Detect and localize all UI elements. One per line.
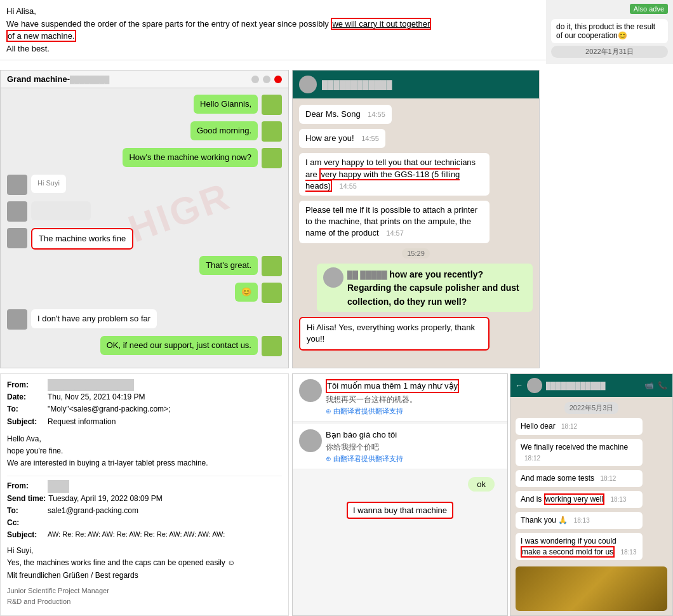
msg-good-morning: Good morning. xyxy=(7,121,282,142)
br-back-icon[interactable]: ← xyxy=(516,381,523,390)
br-msg-hello: Hello dear 18:12 xyxy=(516,418,643,435)
minimize-icon[interactable] xyxy=(251,76,259,83)
highlight-carry-out-together: we will carry it out together xyxy=(331,18,431,30)
date-label: Date: xyxy=(7,391,45,403)
highlight-new-machine: of a new machine. xyxy=(6,30,76,42)
br-avatar xyxy=(527,378,542,393)
wa-msg-yes-works: Hi Alisa! Yes, Hi Alisa! Yes, everything… xyxy=(299,317,490,350)
email-from2-field: From: ████ xyxy=(7,480,282,492)
bubble-emoji: 😊 xyxy=(235,283,258,302)
from-label: From: xyxy=(7,379,45,391)
from2-blurred: ████ xyxy=(48,480,69,492)
bubble-no-problem: I don't have any problem so far xyxy=(31,309,157,328)
msg-machine-works: The machine works fine xyxy=(7,228,282,250)
email-sign-off: All the best. xyxy=(6,43,540,55)
wa-msg-happy: I am very happy to tell you that our tec… xyxy=(299,153,490,196)
date-value: Thu, Nov 25, 2021 04:19 PM xyxy=(48,391,145,403)
avatar-right-3 xyxy=(262,148,282,168)
maximize-icon[interactable] xyxy=(263,76,270,83)
br-video-icon[interactable]: 📹 xyxy=(644,381,654,390)
email-body2: Hi Suyi, Yes, the machines works fine an… xyxy=(7,545,282,582)
bubble-hello-giannis: Hello Giannis, xyxy=(194,95,258,114)
sendtime-value: Tuesday, April 19, 2022 08:09 PM xyxy=(48,493,162,505)
subject-value: Request information xyxy=(48,416,116,428)
br-msg-mold: I was wondering if you could make a seco… xyxy=(516,533,643,561)
msg-ok-contact: OK, if need our support, just contact us… xyxy=(7,336,282,356)
top-email-section: Hi Alisa, We have suspended the order of… xyxy=(0,0,546,60)
wa-time-badge-1529: 15:29 xyxy=(402,248,430,258)
bottom-left-email: From: ████████████████ Date: Thu, Nov 25… xyxy=(0,373,289,616)
ok-bubble: ok xyxy=(468,477,495,492)
email-greeting: Hi Alisa, xyxy=(6,5,540,18)
top-right-bubble: do it, this product is the result of our… xyxy=(551,19,668,43)
email-body-1: Hello Ava, hope you're fine. We are inte… xyxy=(7,433,282,470)
bubble-good-morning: Good morning. xyxy=(190,121,258,140)
br-contact-name: ████████████ xyxy=(546,382,606,389)
email-date-field: Date: Thu, Nov 25, 2021 04:19 PM xyxy=(7,391,282,403)
bubble-machine-works: The machine works fine xyxy=(31,228,133,250)
br-product-image xyxy=(516,566,667,611)
email-to2-field: To: sale1@grand-packing.com xyxy=(7,505,282,517)
date-label-2022: 2022年1月31日 xyxy=(551,46,668,58)
from2-label: From: xyxy=(7,480,45,492)
bubble-blurred: ████████ xyxy=(31,201,91,220)
to-value: "Moly"<sales@grand-packing.com>; xyxy=(48,403,170,415)
email-line2: of a new machine. xyxy=(6,30,540,43)
wa-msg-howareyou: How are you! 14:55 xyxy=(299,129,385,148)
msg-hi-suyi: Hi Suyi xyxy=(7,175,282,195)
br-body: 2022年5月3日 Hello dear 18:12 We finally re… xyxy=(510,397,672,616)
left-chat-header: Grand machine-████████ xyxy=(1,70,288,88)
left-chat-window: Grand machine-████████ Hello Giannis, Go… xyxy=(0,70,289,368)
wa-avatar xyxy=(299,76,317,93)
viet-msg-2: Bạn báo giá cho tôi 你给我报个价吧 ⊕ 由翻译君提供翻译支持 xyxy=(293,424,507,469)
email-subject2-field: Subject: AW: Re: Re: AW: AW: Re: AW: Re:… xyxy=(7,529,282,541)
iwanna-text: I wanna buy that machine xyxy=(347,502,453,519)
br-msg-thankyou: Thank you 🙏 18:13 xyxy=(516,512,643,529)
bottom-right-chat: ← ████████████ 📹 📞 2022年5月3日 Hello dear … xyxy=(510,373,673,616)
br-date: 2022年5月3日 xyxy=(564,402,619,414)
br-msg-tests: And made some tests 18:12 xyxy=(516,470,643,487)
viet-bubble-1: Tôi muốn mua thêm 1 máy như vậy 我想再买一台这样… xyxy=(326,379,501,416)
br-msg-received: We finally received the machine 18:12 xyxy=(516,439,643,467)
br-call-icon[interactable]: 📞 xyxy=(658,381,667,390)
avatar-left-2 xyxy=(7,201,27,222)
br-header: ← ████████████ 📹 📞 xyxy=(510,374,672,397)
cc-label: Cc: xyxy=(7,517,45,529)
avatar-right-6 xyxy=(262,336,282,356)
bubble-thats-great: That's great. xyxy=(199,256,258,275)
also-adv-button[interactable]: Also adve xyxy=(630,4,668,14)
sendtime-label: Send time: xyxy=(7,493,46,505)
avatar-right-5 xyxy=(262,283,282,303)
email-from-field: From: ████████████████ xyxy=(7,379,282,391)
email-line1: We have suspended the order of the spare… xyxy=(6,18,540,30)
top-right-chat: Also adve do it, this product is the res… xyxy=(546,0,673,64)
viet-msg-1: Tôi muốn mua thêm 1 máy như vậy 我想再买一台这样… xyxy=(293,374,507,422)
viet-avatar-1 xyxy=(299,379,322,402)
highlight-ggs118: very happy with the GGS-118 (5 filling h… xyxy=(305,168,460,192)
msg-emoji: 😊 xyxy=(7,283,282,303)
from-value-blurred: ████████████████ xyxy=(48,379,134,391)
window-controls[interactable] xyxy=(251,76,282,83)
email-to-field: To: "Moly"<sales@grand-packing.com>; xyxy=(7,403,282,415)
highlight-working-well: working very well xyxy=(544,493,604,505)
highlight-second-mold: make a second mold for us xyxy=(521,546,615,558)
wa-msg-printer: Please tell me if it is possible to atta… xyxy=(299,201,490,243)
bottom-mid-chat: Tôi muốn mua thêm 1 máy như vậy 我想再买一台这样… xyxy=(292,373,508,616)
chat-body: Hello Giannis, Good morning. How's the m… xyxy=(1,88,288,363)
sender-hi-suyi: Hi Suyi xyxy=(37,178,60,188)
to-label: To: xyxy=(7,403,45,415)
close-icon[interactable] xyxy=(274,76,282,83)
avatar-right-2 xyxy=(262,121,282,142)
email-machines-works: Yes, the machines works fine and the cap… xyxy=(7,557,282,569)
avatar-left-1 xyxy=(7,175,27,195)
email-subject-field: Subject: Request information xyxy=(7,416,282,428)
bubble-ok-contact: OK, if need our support, just contact us… xyxy=(100,336,258,355)
whatsapp-body: Dear Ms. Song 14:55 How are you! 14:55 I… xyxy=(293,98,539,357)
bubble-hows-machine: How's the machine working now? xyxy=(123,148,258,167)
subject2-value: AW: Re: Re: AW: AW: Re: AW: Re: Re: AW: … xyxy=(48,529,225,541)
subject-label: Subject: xyxy=(7,416,45,428)
highlight-machines-works: the machines works fine xyxy=(23,558,105,567)
msg-blurred: ████████ xyxy=(7,201,282,222)
viet-bubble-2: Bạn báo giá cho tôi 你给我报个价吧 ⊕ 由翻译君提供翻译支持 xyxy=(326,429,501,464)
msg-hello-giannis: Hello Giannis, xyxy=(7,95,282,115)
